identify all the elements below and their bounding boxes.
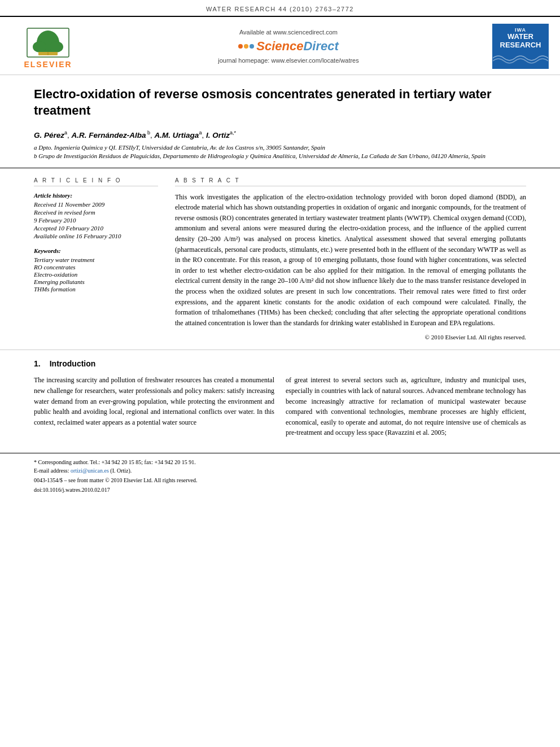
dot2: [244, 44, 248, 49]
water-research-title: WATER RESEARCH: [493, 33, 548, 49]
elsevier-tree-icon: [23, 27, 73, 58]
email-prefix: E-mail address:: [34, 468, 69, 474]
section-heading: 1. Introduction: [34, 359, 526, 368]
intro-left-text: The increasing scarcity and pollution of…: [34, 375, 274, 438]
sciencedirect-logo: ScienceDirect: [238, 39, 339, 54]
dot1: [238, 44, 243, 49]
article-info-label: A R T I C L E I N F O: [34, 177, 158, 186]
banner-row: ELSEVIER Available at www.sciencedirect.…: [0, 17, 560, 75]
section-title: Introduction: [50, 359, 96, 368]
svg-point-3: [50, 41, 63, 53]
article-history-title: Article history:: [34, 192, 158, 199]
section-number: 1.: [34, 359, 41, 368]
affiliation-b: b Grupo de Investigación Residuos de Pla…: [34, 152, 526, 159]
center-banner: Available at www.sciencedirect.com Scien…: [85, 29, 492, 64]
affiliation-a: a Dpto. Ingeniería Química y QI. ETSIIyT…: [34, 144, 526, 151]
doi-line: doi:10.1016/j.watres.2010.02.017: [34, 486, 526, 494]
email-link[interactable]: ortizi@unican.es: [71, 468, 109, 474]
sup-a1: a: [64, 130, 67, 136]
authors-line: G. Péreza, A.R. Fernández-Alba b, A.M. U…: [34, 130, 526, 139]
keyword-2: Electro-oxidation: [34, 271, 158, 278]
introduction-section: 1. Introduction The increasing scarcity …: [0, 350, 560, 447]
author-perez: G. Pérez: [34, 131, 64, 139]
author-urtiaga: A.M. Urtiaga: [155, 131, 199, 139]
revised-label: Received in revised form: [34, 209, 158, 216]
sup-a2: a: [199, 130, 202, 136]
footnote-section: * Corresponding author. Tel.: +34 942 20…: [0, 453, 560, 496]
sup-a3: a,*: [230, 130, 236, 136]
elsevier-text: ELSEVIER: [24, 60, 72, 69]
email-line: E-mail address: ortizi@unican.es (I. Ort…: [34, 466, 526, 475]
author-fernandez: A.R. Fernández-Alba: [72, 131, 146, 139]
two-col-section: A R T I C L E I N F O Article history: R…: [0, 168, 560, 351]
copyright-line: © 2010 Elsevier Ltd. All rights reserved…: [175, 334, 526, 340]
keywords-title: Keywords:: [34, 247, 158, 254]
sciencedirect-text: ScienceDirect: [256, 39, 339, 54]
water-research-badge: IWA WATER RESEARCH: [492, 24, 549, 69]
article-title-section: Electro-oxidation of reverse osmosis con…: [0, 75, 560, 168]
keyword-3: Emerging pollutants: [34, 278, 158, 285]
email-suffix: (I. Ortiz).: [110, 468, 132, 474]
keyword-0: Tertiary water treatment: [34, 256, 158, 263]
corresponding-author: * Corresponding author. Tel.: +34 942 20…: [34, 458, 526, 466]
intro-two-col: The increasing scarcity and pollution of…: [34, 375, 526, 438]
journal-header: WATER RESEARCH 44 (2010) 2763–2772: [0, 0, 560, 17]
waves-icon: [493, 51, 548, 65]
sd-dots: [238, 44, 254, 49]
available-date: Available online 16 February 2010: [34, 233, 158, 239]
front-matter: 0043-1354/$ – see front matter © 2010 El…: [34, 476, 526, 484]
available-at-text: Available at www.sciencedirect.com: [85, 29, 492, 36]
abstract-col: A B S T R A C T This work investigates t…: [175, 177, 526, 341]
elsevier-logo: ELSEVIER: [11, 24, 85, 69]
received-date: Received 11 November 2009: [34, 201, 158, 208]
author-ortiz: I. Ortiz: [206, 131, 230, 139]
svg-point-2: [33, 41, 46, 53]
revised-date: 9 February 2010: [34, 217, 158, 224]
dot3: [250, 44, 254, 49]
article-info-col: A R T I C L E I N F O Article history: R…: [34, 177, 158, 341]
abstract-label: A B S T R A C T: [175, 177, 526, 186]
abstract-text: This work investigates the application o…: [175, 192, 526, 329]
article-main-title: Electro-oxidation of reverse osmosis con…: [34, 86, 526, 119]
journal-homepage: journal homepage: www.elsevier.com/locat…: [85, 57, 492, 64]
accepted-date: Accepted 10 February 2010: [34, 225, 158, 231]
sup-b: b: [146, 130, 151, 136]
keyword-4: THMs formation: [34, 286, 158, 292]
keyword-1: RO concentrates: [34, 264, 158, 270]
intro-right-text: of great interest to several sectors suc…: [286, 375, 526, 438]
